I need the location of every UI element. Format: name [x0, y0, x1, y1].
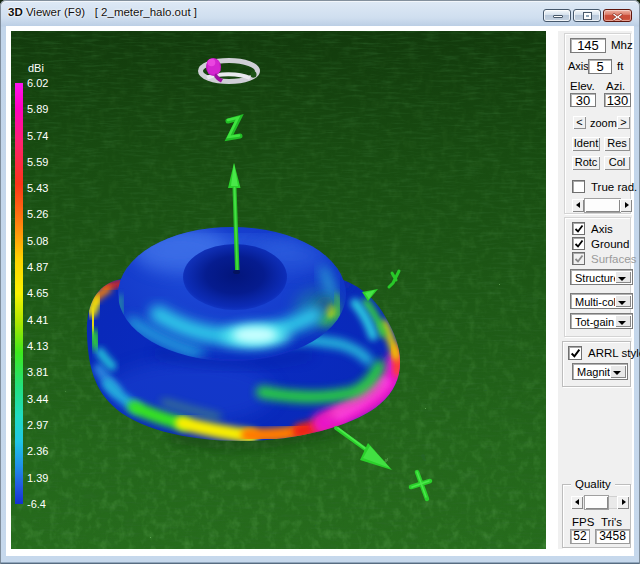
svg-text:3.44: 3.44 — [27, 393, 48, 405]
svg-text:4.13: 4.13 — [27, 340, 48, 352]
svg-text:5.26: 5.26 — [27, 208, 48, 220]
svg-text:5.74: 5.74 — [27, 130, 48, 142]
svg-text:6.02: 6.02 — [27, 77, 48, 89]
svg-text:5.89: 5.89 — [27, 103, 48, 115]
svg-text:1.39: 1.39 — [27, 472, 48, 484]
svg-text:5.43: 5.43 — [27, 182, 48, 194]
svg-text:2.97: 2.97 — [27, 419, 48, 431]
svg-text:4.65: 4.65 — [27, 287, 48, 299]
svg-text:dBi: dBi — [28, 62, 44, 74]
svg-text:5.59: 5.59 — [27, 156, 48, 168]
svg-text:4.41: 4.41 — [27, 314, 48, 326]
svg-text:4.87: 4.87 — [27, 261, 48, 273]
svg-text:-6.4: -6.4 — [27, 498, 46, 510]
svg-text:2.36: 2.36 — [27, 445, 48, 457]
svg-text:5.08: 5.08 — [27, 235, 48, 247]
svg-text:3.81: 3.81 — [27, 366, 48, 378]
